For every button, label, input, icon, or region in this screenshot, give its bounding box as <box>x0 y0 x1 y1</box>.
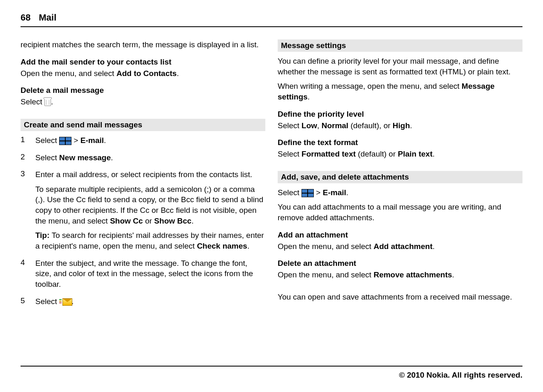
text: Select <box>278 150 301 158</box>
left-column: recipient matches the search term, the m… <box>21 39 265 313</box>
text: . <box>346 188 348 197</box>
text: . <box>104 136 106 145</box>
step-body: Select New message. <box>35 152 265 167</box>
step-body: Enter the subject, and write the message… <box>35 258 265 294</box>
action-remove-attachments: Remove attachments <box>373 270 452 279</box>
step-number: 5 <box>21 296 35 311</box>
action-email: E-mail <box>81 136 104 145</box>
add-attachment-body: Open the menu, and select Add attachment… <box>278 241 522 252</box>
intro-text: recipient matches the search term, the m… <box>21 39 265 50</box>
action-show-cc: Show Cc <box>110 217 143 225</box>
text: . <box>433 150 435 158</box>
text: (default), or <box>348 121 393 130</box>
action-add-attachment: Add attachment <box>373 242 433 251</box>
text: > <box>71 136 81 145</box>
action-email: E-mail <box>323 188 346 197</box>
option-normal: Normal <box>322 121 348 130</box>
step-number: 3 <box>21 169 35 255</box>
page-number: 68 <box>21 12 30 23</box>
text-format-heading: Define the text format <box>278 138 522 147</box>
text: or <box>143 217 154 225</box>
tip-label: Tip: <box>35 231 52 240</box>
text: When writing a message, open the menu, a… <box>278 82 462 90</box>
action-check-names: Check names <box>197 242 247 250</box>
trash-icon <box>44 99 51 106</box>
option-high: High <box>393 121 410 130</box>
text: . <box>191 217 193 225</box>
action-add-to-contacts: Add to Contacts <box>116 69 177 78</box>
step-number: 4 <box>21 258 35 294</box>
create-steps-list: 1 Select > E-mail. 2 Select New message. <box>21 135 265 311</box>
add-sender-body: Open the menu, and select Add to Contact… <box>21 68 265 79</box>
action-show-bcc: Show Bcc <box>154 217 191 225</box>
send-envelope-icon <box>59 298 71 306</box>
option-plain-text: Plain text <box>398 150 433 158</box>
delete-attachment-heading: Delete an attachment <box>278 259 522 268</box>
text: . <box>111 153 113 162</box>
step-2: 2 Select New message. <box>21 152 265 167</box>
page-header: 68 Mail <box>21 12 522 27</box>
page-footer: © 2010 Nokia. All rights reserved. <box>21 366 522 380</box>
create-send-section-heading: Create and send mail messages <box>21 119 265 131</box>
text: , <box>317 121 322 130</box>
add-sender-heading: Add the mail sender to your contacts lis… <box>21 58 265 67</box>
attachments-p3: You can open and save attachments from a… <box>278 292 522 302</box>
text: . <box>410 121 412 130</box>
text: Select <box>278 121 301 130</box>
delete-message-heading: Delete a mail message <box>21 86 265 95</box>
content-columns: recipient matches the search term, the m… <box>21 39 522 313</box>
step3-tip: Tip: To search for recipients' mail addr… <box>35 230 265 251</box>
text: Select <box>35 297 59 306</box>
attachments-heading: Add, save, and delete attachments <box>278 171 522 183</box>
page: 68 Mail recipient matches the search ter… <box>0 0 543 392</box>
step-1: 1 Select > E-mail. <box>21 135 265 150</box>
text: Select <box>278 188 301 197</box>
option-low: Low <box>301 121 317 130</box>
priority-body: Select Low, Normal (default), or High. <box>278 120 522 131</box>
message-settings-heading: Message settings <box>278 39 522 52</box>
text: Select <box>21 97 44 106</box>
text-format-body: Select Formatted text (default) or Plain… <box>278 149 522 159</box>
action-new-message: New message <box>59 153 111 162</box>
text: . <box>247 242 249 250</box>
text: Select <box>35 136 59 145</box>
text: (default) or <box>356 150 398 158</box>
step-3: 3 Enter a mail address, or select recipi… <box>21 169 265 255</box>
step-4: 4 Enter the subject, and write the messa… <box>21 258 265 294</box>
step-body: Select . <box>35 296 265 311</box>
text: Open the menu, and select <box>278 242 373 251</box>
text: . <box>452 270 454 279</box>
text: Select <box>35 153 59 162</box>
step4-p1: Enter the subject, and write the message… <box>35 258 265 290</box>
step-number: 1 <box>21 135 35 150</box>
menu-grid-icon <box>59 137 71 145</box>
settings-p2: When writing a message, open the menu, a… <box>278 81 522 102</box>
attachments-select-line: Select > E-mail. <box>278 187 522 198</box>
settings-p1: You can define a priority level for your… <box>278 56 522 77</box>
step-number: 2 <box>21 152 35 167</box>
step-body: Enter a mail address, or select recipien… <box>35 169 265 255</box>
text: Open the menu, and select <box>21 69 116 78</box>
option-formatted-text: Formatted text <box>301 150 356 158</box>
attachments-p2: You can add attachments to a mail messag… <box>278 202 522 223</box>
step3-p2: To separate multiple recipients, add a s… <box>35 184 265 226</box>
priority-heading: Define the priority level <box>278 110 522 119</box>
step3-p1: Enter a mail address, or select recipien… <box>35 169 265 180</box>
text: Open the menu, and select <box>278 270 373 279</box>
text: . <box>308 92 310 101</box>
text: . <box>433 242 435 251</box>
add-attachment-heading: Add an attachment <box>278 231 522 240</box>
text: > <box>314 188 323 197</box>
menu-grid-icon <box>301 189 314 197</box>
header-section-title: Mail <box>39 12 56 23</box>
right-column: Message settings You can define a priori… <box>278 39 522 313</box>
step-body: Select > E-mail. <box>35 135 265 150</box>
delete-message-body: Select . <box>21 97 265 107</box>
step-5: 5 Select . <box>21 296 265 311</box>
delete-attachment-body: Open the menu, and select Remove attachm… <box>278 270 522 280</box>
text: . <box>177 69 179 78</box>
